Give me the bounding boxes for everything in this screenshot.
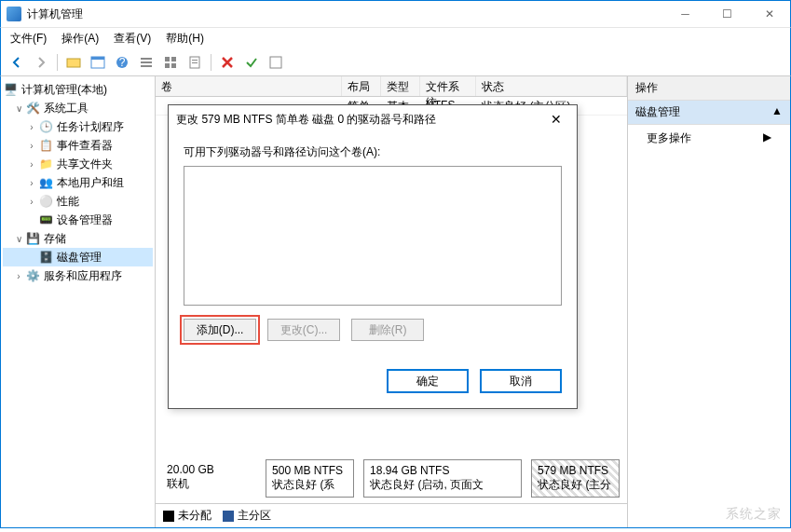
storage-icon: 💾	[25, 231, 40, 246]
chevron-right-icon: ▶	[763, 130, 771, 146]
menu-action[interactable]: 操作(A)	[56, 29, 104, 48]
tree-panel: 🖥️ 计算机管理(本地) ∨ 🛠️ 系统工具 › 🕒 任务计划程序 › 📋 事件…	[1, 76, 156, 527]
svg-rect-13	[192, 60, 198, 61]
device-icon: 📟	[38, 212, 53, 227]
svg-rect-9	[171, 57, 176, 61]
actions-more[interactable]: 更多操作 ▶	[628, 125, 790, 152]
expand-icon[interactable]: ›	[12, 271, 25, 281]
tree-root[interactable]: 🖥️ 计算机管理(本地)	[3, 80, 153, 99]
view-icon[interactable]	[88, 52, 108, 73]
tree-label: 性能	[57, 194, 79, 210]
forward-button[interactable]	[31, 52, 51, 73]
partition-3[interactable]: 579 MB NTFS 状态良好 (主分	[531, 459, 620, 498]
dialog-close-button[interactable]: ✕	[543, 112, 569, 127]
legend: 未分配 主分区	[156, 503, 627, 527]
change-button[interactable]: 更改(C)...	[267, 319, 340, 341]
minimize-button[interactable]: ─	[664, 1, 706, 27]
partition-1[interactable]: 500 MB NTFS 状态良好 (系	[266, 459, 354, 498]
delete-icon[interactable]	[217, 52, 238, 73]
dialog-title: 更改 579 MB NTFS 简单卷 磁盘 0 的驱动器号和路径	[176, 112, 543, 128]
tree-label: 本地用户和组	[57, 175, 124, 191]
tree-label: 计算机管理(本地)	[21, 82, 107, 98]
tree-disk-management[interactable]: 🗄️ 磁盘管理	[3, 248, 153, 266]
actions-header: 操作	[628, 76, 790, 101]
properties-icon[interactable]	[184, 52, 205, 73]
disk-status: 联机	[167, 476, 252, 492]
tree-services-apps[interactable]: › ⚙️ 服务和应用程序	[3, 266, 153, 285]
col-volume[interactable]: 卷	[156, 76, 342, 96]
collapse-icon[interactable]: ∨	[12, 234, 25, 244]
expand-icon[interactable]: ›	[25, 197, 38, 207]
tree-device-manager[interactable]: 📟 设备管理器	[3, 211, 153, 229]
col-filesystem[interactable]: 文件系统	[420, 76, 476, 96]
col-type[interactable]: 类型	[381, 76, 420, 96]
tree-label: 共享文件夹	[57, 157, 113, 172]
actions-group-disk[interactable]: 磁盘管理 ▲	[628, 101, 790, 125]
tree-label: 设备管理器	[57, 212, 113, 228]
close-button[interactable]: ✕	[748, 1, 790, 27]
svg-rect-2	[91, 57, 104, 60]
partition-2[interactable]: 18.94 GB NTFS 状态良好 (启动, 页面文	[363, 459, 522, 498]
tree-shared-folders[interactable]: › 📁 共享文件夹	[3, 155, 153, 173]
partition-status: 状态良好 (系	[272, 478, 348, 493]
ok-button[interactable]: 确定	[387, 369, 469, 393]
tree-system-tools[interactable]: ∨ 🛠️ 系统工具	[3, 99, 153, 117]
folder-icon[interactable]	[63, 52, 84, 73]
window-title: 计算机管理	[27, 7, 664, 22]
expand-icon[interactable]: ›	[25, 122, 38, 132]
tree-label: 系统工具	[44, 101, 89, 116]
legend-unallocated-box	[163, 511, 174, 522]
legend-unallocated: 未分配	[178, 509, 211, 522]
add-button[interactable]: 添加(D)...	[184, 319, 256, 341]
svg-rect-6	[141, 61, 152, 63]
clock-icon: 🕒	[38, 119, 53, 134]
cancel-button[interactable]: 取消	[480, 369, 562, 393]
maximize-button[interactable]: ☐	[706, 1, 748, 27]
disk-layout-panel: 20.00 GB 联机 500 MB NTFS 状态良好 (系 18.94 GB…	[156, 454, 627, 503]
tree-local-users[interactable]: › 👥 本地用户和组	[3, 173, 153, 192]
back-button[interactable]	[7, 52, 27, 73]
tree-label: 磁盘管理	[57, 250, 102, 266]
partition-status: 状态良好 (启动, 页面文	[370, 478, 515, 493]
computer-icon: 🖥️	[3, 82, 18, 97]
help-icon[interactable]: ?	[112, 52, 132, 73]
tree-performance[interactable]: › ⚪ 性能	[3, 192, 153, 211]
options-icon[interactable]	[266, 52, 286, 73]
list-icon[interactable]	[136, 52, 157, 73]
col-layout[interactable]: 布局	[342, 76, 381, 96]
expand-icon[interactable]: ›	[25, 141, 38, 151]
tree-task-scheduler[interactable]: › 🕒 任务计划程序	[3, 117, 153, 136]
svg-rect-8	[165, 57, 170, 61]
svg-rect-10	[165, 63, 170, 68]
remove-button[interactable]: 删除(R)	[351, 319, 424, 341]
tree-event-viewer[interactable]: › 📋 事件查看器	[3, 136, 153, 155]
tree-label: 任务计划程序	[57, 119, 124, 135]
menubar: 文件(F) 操作(A) 查看(V) 帮助(H)	[0, 28, 791, 48]
legend-primary-box	[223, 511, 234, 522]
change-drive-letter-dialog: 更改 579 MB NTFS 简单卷 磁盘 0 的驱动器号和路径 ✕ 可用下列驱…	[168, 104, 578, 409]
expand-icon[interactable]: ›	[25, 159, 38, 170]
tree-label: 服务和应用程序	[44, 268, 122, 284]
event-icon: 📋	[38, 138, 53, 153]
drive-paths-listbox[interactable]	[184, 166, 562, 306]
users-icon: 👥	[38, 175, 53, 190]
tree-storage[interactable]: ∨ 💾 存储	[3, 229, 153, 248]
performance-icon: ⚪	[38, 194, 53, 209]
partition-size: 500 MB NTFS	[272, 464, 348, 479]
menu-file[interactable]: 文件(F)	[5, 29, 52, 48]
disk-icon: 🗄️	[38, 250, 53, 265]
menu-view[interactable]: 查看(V)	[108, 29, 157, 48]
dialog-prompt: 可用下列驱动器号和路径访问这个卷(A):	[184, 144, 562, 160]
legend-primary: 主分区	[238, 509, 271, 522]
col-status[interactable]: 状态	[476, 76, 627, 96]
menu-help[interactable]: 帮助(H)	[160, 29, 210, 48]
actions-panel: 操作 磁盘管理 ▲ 更多操作 ▶	[627, 76, 790, 527]
collapse-icon[interactable]: ∨	[12, 103, 25, 114]
center-panel: 卷 布局 类型 文件系统 状态 简单 基本 NTFS 状态良好 (主分区) 20…	[156, 76, 627, 527]
check-icon[interactable]	[241, 52, 262, 73]
svg-rect-15	[270, 57, 281, 68]
svg-rect-0	[67, 59, 80, 67]
expand-icon[interactable]: ›	[25, 178, 38, 188]
services-icon: ⚙️	[25, 268, 40, 283]
grid-icon[interactable]	[160, 52, 181, 73]
